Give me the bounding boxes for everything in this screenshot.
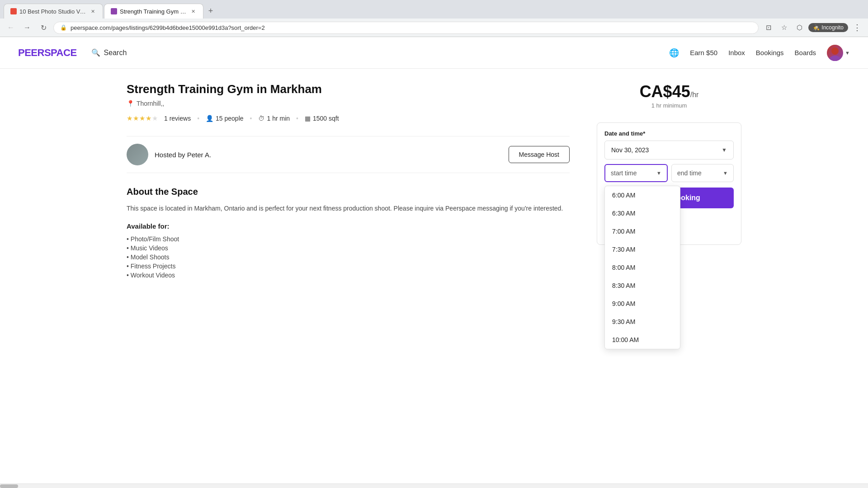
date-time-label: Date and time* — [604, 130, 734, 137]
location-pin-icon: 📍 — [127, 100, 134, 107]
time-option-5[interactable]: 8:30 AM — [605, 277, 680, 295]
user-menu-chevron: ▼ — [845, 50, 850, 56]
tab-close-1[interactable]: ✕ — [89, 8, 96, 15]
tab-title-1: 10 Best Photo Studio Venues - — [19, 8, 86, 15]
host-avatar — [127, 144, 148, 165]
start-time-placeholder: start time — [611, 169, 637, 177]
end-time-select[interactable]: end time ▼ — [671, 164, 734, 182]
svg-point-1 — [828, 56, 842, 61]
start-time-chevron-icon: ▼ — [656, 170, 661, 176]
about-heading: About the Space — [127, 187, 570, 197]
date-chevron-icon: ▼ — [722, 147, 727, 153]
people-icon: 👤 — [206, 115, 213, 122]
time-dropdown-scroll[interactable]: 6:00 AM 6:30 AM 7:00 AM 7:30 AM 8:00 AM … — [605, 186, 680, 349]
tab-bar: 10 Best Photo Studio Venues - ✕ Strength… — [0, 0, 868, 19]
price-display: CA$45/hr — [597, 82, 741, 101]
browser-chrome: 10 Best Photo Studio Venues - ✕ Strength… — [0, 0, 868, 37]
date-select[interactable]: Nov 30, 2023 ▼ — [604, 141, 734, 160]
incognito-badge: 🕵 Incognito — [808, 23, 848, 32]
listing-location: 📍 Thornhill,, — [127, 100, 570, 107]
globe-icon[interactable]: 🌐 — [669, 48, 679, 58]
time-row: start time ▼ end time ▼ 6:00 AM 6:30 AM — [604, 164, 734, 182]
star-rating: ★ ★ ★ ★ ★ — [127, 114, 158, 122]
host-info: Hosted by Peter A. — [127, 144, 211, 165]
start-time-select[interactable]: start time ▼ — [604, 164, 668, 182]
reviews-count: 1 reviews — [164, 115, 191, 122]
inbox-link[interactable]: Inbox — [728, 49, 745, 56]
star-4: ★ — [146, 114, 151, 122]
main-content: Strength Training Gym in Markham 📍 Thorn… — [108, 69, 760, 293]
booking-form-inner: Date and time* Nov 30, 2023 ▼ start time… — [597, 123, 741, 244]
price-section: CA$45/hr 1 hr minimum — [597, 78, 741, 113]
meta-sep-2: • — [250, 115, 252, 122]
time-option-7[interactable]: 9:30 AM — [605, 313, 680, 331]
site-nav: 🌐 Earn $50 Inbox Bookings Boards ▼ — [669, 45, 850, 61]
earn-link[interactable]: Earn $50 — [690, 49, 717, 56]
new-tab-button[interactable]: + — [204, 5, 217, 18]
star-1: ★ — [127, 114, 132, 122]
time-option-0[interactable]: 6:00 AM — [605, 186, 680, 204]
peerspace-logo[interactable]: PEERSPACE — [18, 47, 77, 59]
time-option-2[interactable]: 7:00 AM — [605, 222, 680, 240]
booking-form: Date and time* Nov 30, 2023 ▼ start time… — [597, 122, 741, 245]
listing-title: Strength Training Gym in Markham — [127, 82, 570, 96]
list-item: Music Videos — [127, 244, 570, 253]
star-5: ★ — [152, 114, 158, 122]
tab-favicon-2 — [111, 8, 117, 14]
star-2: ★ — [133, 114, 139, 122]
right-column: CA$45/hr 1 hr minimum Date and time* Nov… — [597, 69, 741, 293]
host-name: Hosted by Peter A. — [155, 151, 211, 159]
cast-icon[interactable]: ⊡ — [762, 21, 775, 34]
message-host-button[interactable]: Message Host — [509, 146, 570, 163]
available-list: Photo/Film Shoot Music Videos Model Shoo… — [127, 235, 570, 280]
tab-close-2[interactable]: ✕ — [189, 8, 197, 15]
time-dropdown: 6:00 AM 6:30 AM 7:00 AM 7:30 AM 8:00 AM … — [604, 186, 680, 349]
end-time-chevron-icon: ▼ — [723, 170, 728, 176]
host-section: Hosted by Peter A. Message Host — [127, 136, 570, 173]
star-3: ★ — [139, 114, 145, 122]
back-button[interactable]: ← — [5, 21, 17, 34]
meta-sep-1: • — [197, 115, 199, 122]
time-option-1[interactable]: 6:30 AM — [605, 204, 680, 222]
people-meta: 👤 15 people — [206, 115, 244, 122]
url-text: peerspace.com/pages/listings/6299b4d6bde… — [71, 24, 752, 31]
tab-title-2: Strength Training Gym in Markh... — [120, 8, 187, 15]
browser-nav-actions: ⊡ ☆ ⬡ 🕵 Incognito ⋮ — [762, 21, 863, 34]
reload-button[interactable]: ↻ — [37, 21, 50, 34]
sqft-meta: ▦ 1500 sqft — [305, 115, 339, 122]
forward-button[interactable]: → — [21, 21, 33, 34]
lock-icon: 🔒 — [60, 24, 67, 31]
boards-link[interactable]: Boards — [795, 49, 816, 56]
bookings-link[interactable]: Bookings — [756, 49, 784, 56]
meta-sep-3: • — [296, 115, 298, 122]
people-count: 15 people — [216, 115, 244, 122]
browser-tab-1[interactable]: 10 Best Photo Studio Venues - ✕ — [4, 4, 103, 19]
time-option-6[interactable]: 9:00 AM — [605, 295, 680, 313]
about-section: About the Space This space is located in… — [127, 187, 570, 280]
user-avatar — [827, 45, 843, 61]
navigation-bar: ← → ↻ 🔒 peerspace.com/pages/listings/629… — [0, 19, 868, 37]
time-option-3[interactable]: 7:30 AM — [605, 240, 680, 258]
time-option-4[interactable]: 8:00 AM — [605, 258, 680, 277]
end-time-placeholder: end time — [677, 169, 702, 177]
profile-icon[interactable]: ⬡ — [793, 21, 806, 34]
page-wrapper: PEERSPACE 🔍 Search 🌐 Earn $50 Inbox Book… — [0, 37, 868, 444]
time-option-8[interactable]: 10:00 AM — [605, 331, 680, 349]
price-minimum: 1 hr minimum — [597, 102, 741, 109]
location-text: Thornhill,, — [137, 100, 164, 107]
search-button[interactable]: 🔍 Search — [91, 48, 127, 57]
browser-tab-2[interactable]: Strength Training Gym in Markh... ✕ — [104, 4, 203, 19]
min-time: 1 hr min — [267, 115, 290, 122]
sqft-icon: ▦ — [305, 115, 311, 122]
address-bar[interactable]: 🔒 peerspace.com/pages/listings/6299b4d6b… — [53, 22, 759, 34]
browser-menu-button[interactable]: ⋮ — [851, 21, 863, 34]
incognito-label: Incognito — [821, 24, 844, 31]
list-item: Photo/Film Shoot — [127, 235, 570, 244]
price-amount: CA$45 — [640, 82, 690, 101]
user-menu-button[interactable]: ▼ — [827, 45, 850, 61]
listing-meta: ★ ★ ★ ★ ★ 1 reviews • 👤 15 people • ⏱ 1 … — [127, 114, 570, 122]
left-column: Strength Training Gym in Markham 📍 Thorn… — [127, 69, 570, 293]
bookmark-icon[interactable]: ☆ — [778, 21, 790, 34]
clock-icon: ⏱ — [258, 115, 264, 122]
selected-date-text: Nov 30, 2023 — [611, 146, 649, 154]
